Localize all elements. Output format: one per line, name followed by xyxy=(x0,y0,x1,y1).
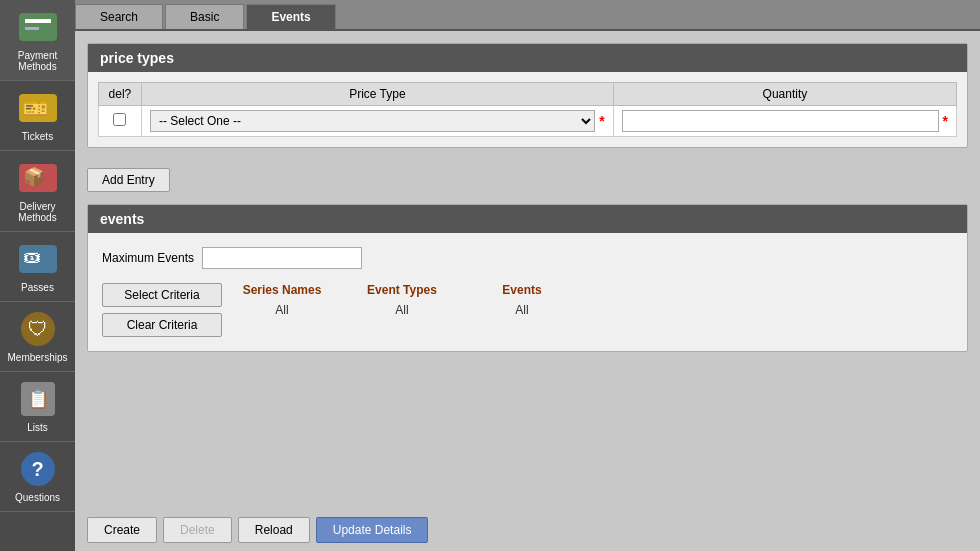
sidebar-item-questions[interactable]: ? Questions xyxy=(0,442,75,512)
sidebar-item-payment-methods[interactable]: Payment Methods xyxy=(0,0,75,81)
content-area: price types del? Price Type Quantity xyxy=(75,31,980,509)
main-content: Search Basic Events price types del? Pri… xyxy=(75,0,980,551)
events-col-header: Events xyxy=(502,283,541,297)
events-col-value: All xyxy=(515,303,528,317)
price-types-header: price types xyxy=(88,44,967,72)
col-del: del? xyxy=(99,83,142,106)
table-row: -- Select One -- * * xyxy=(99,106,957,137)
events-col: Events All xyxy=(482,283,562,317)
sidebar-item-label: Delivery Methods xyxy=(4,201,71,223)
tab-events[interactable]: Events xyxy=(246,4,335,29)
events-body: Maximum Events Select Criteria Clear Cri… xyxy=(88,233,967,351)
clear-criteria-button[interactable]: Clear Criteria xyxy=(102,313,222,337)
required-star-qty: * xyxy=(943,113,948,129)
max-events-input[interactable] xyxy=(202,247,362,269)
sidebar-item-label: Tickets xyxy=(22,131,53,142)
quantity-input[interactable] xyxy=(622,110,939,132)
criteria-area: Select Criteria Clear Criteria Series Na… xyxy=(102,283,953,337)
sidebar-item-passes[interactable]: Passes xyxy=(0,232,75,302)
sidebar-item-lists[interactable]: Lists xyxy=(0,372,75,442)
update-details-button[interactable]: Update Details xyxy=(316,517,429,543)
events-header: events xyxy=(88,205,967,233)
add-entry-button[interactable]: Add Entry xyxy=(87,168,170,192)
events-section: events Maximum Events Select Criteria Cl… xyxy=(87,204,968,352)
series-names-header: Series Names xyxy=(243,283,322,297)
max-events-label: Maximum Events xyxy=(102,251,194,265)
price-types-body: del? Price Type Quantity xyxy=(88,72,967,147)
tab-search[interactable]: Search xyxy=(75,4,163,29)
payment-methods-icon xyxy=(19,8,57,46)
del-checkbox-cell xyxy=(99,106,142,137)
sidebar-item-label: Payment Methods xyxy=(4,50,71,72)
quantity-cell: * xyxy=(613,106,956,137)
sidebar-item-memberships[interactable]: Memberships xyxy=(0,302,75,372)
sidebar-item-label: Memberships xyxy=(7,352,67,363)
select-criteria-button[interactable]: Select Criteria xyxy=(102,283,222,307)
tab-bar: Search Basic Events xyxy=(75,0,980,31)
price-type-select[interactable]: -- Select One -- xyxy=(150,110,595,132)
required-star-price: * xyxy=(599,113,604,129)
event-types-col: Event Types All xyxy=(362,283,442,317)
col-price-type: Price Type xyxy=(141,83,613,106)
memberships-icon xyxy=(19,310,57,348)
tickets-icon xyxy=(19,89,57,127)
criteria-buttons: Select Criteria Clear Criteria xyxy=(102,283,222,337)
col-quantity: Quantity xyxy=(613,83,956,106)
series-names-value: All xyxy=(275,303,288,317)
price-types-table: del? Price Type Quantity xyxy=(98,82,957,137)
max-events-row: Maximum Events xyxy=(102,247,953,269)
sidebar-item-label: Lists xyxy=(27,422,48,433)
delete-button[interactable]: Delete xyxy=(163,517,232,543)
sidebar-item-delivery-methods[interactable]: Delivery Methods xyxy=(0,151,75,232)
sidebar-item-tickets[interactable]: Tickets xyxy=(0,81,75,151)
lists-icon xyxy=(19,380,57,418)
sidebar-item-label: Passes xyxy=(21,282,54,293)
event-types-header: Event Types xyxy=(367,283,437,297)
questions-icon: ? xyxy=(19,450,57,488)
price-type-cell: -- Select One -- * xyxy=(141,106,613,137)
bottom-buttons: Create Delete Reload Update Details xyxy=(75,509,980,551)
event-types-value: All xyxy=(395,303,408,317)
del-checkbox[interactable] xyxy=(113,113,126,126)
passes-icon xyxy=(19,240,57,278)
series-names-col: Series Names All xyxy=(242,283,322,317)
criteria-columns: Series Names All Event Types All Events … xyxy=(242,283,953,317)
sidebar-item-label: Questions xyxy=(15,492,60,503)
price-types-section: price types del? Price Type Quantity xyxy=(87,43,968,148)
reload-button[interactable]: Reload xyxy=(238,517,310,543)
sidebar: Payment Methods Tickets Delivery Methods… xyxy=(0,0,75,551)
tab-basic[interactable]: Basic xyxy=(165,4,244,29)
delivery-icon xyxy=(19,159,57,197)
create-button[interactable]: Create xyxy=(87,517,157,543)
